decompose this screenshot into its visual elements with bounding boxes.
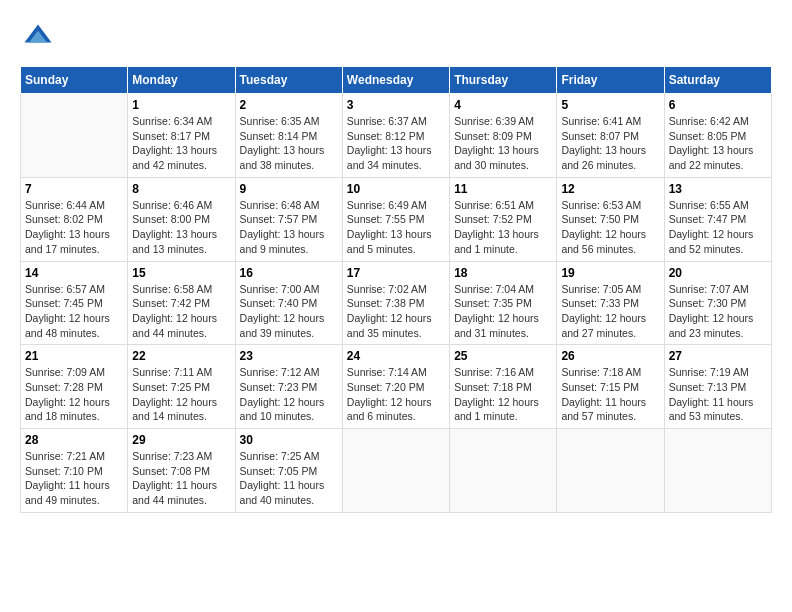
day-number: 10 xyxy=(347,182,445,196)
day-info: Sunrise: 6:58 AMSunset: 7:42 PMDaylight:… xyxy=(132,282,230,341)
day-header-monday: Monday xyxy=(128,67,235,94)
day-info: Sunrise: 7:09 AMSunset: 7:28 PMDaylight:… xyxy=(25,365,123,424)
calendar-cell: 4Sunrise: 6:39 AMSunset: 8:09 PMDaylight… xyxy=(450,94,557,178)
day-info: Sunrise: 6:46 AMSunset: 8:00 PMDaylight:… xyxy=(132,198,230,257)
day-number: 15 xyxy=(132,266,230,280)
day-number: 17 xyxy=(347,266,445,280)
calendar-cell: 25Sunrise: 7:16 AMSunset: 7:18 PMDayligh… xyxy=(450,345,557,429)
calendar: SundayMondayTuesdayWednesdayThursdayFrid… xyxy=(20,66,772,513)
calendar-cell: 15Sunrise: 6:58 AMSunset: 7:42 PMDayligh… xyxy=(128,261,235,345)
calendar-cell: 17Sunrise: 7:02 AMSunset: 7:38 PMDayligh… xyxy=(342,261,449,345)
day-number: 21 xyxy=(25,349,123,363)
day-number: 1 xyxy=(132,98,230,112)
day-info: Sunrise: 6:35 AMSunset: 8:14 PMDaylight:… xyxy=(240,114,338,173)
day-info: Sunrise: 7:18 AMSunset: 7:15 PMDaylight:… xyxy=(561,365,659,424)
calendar-week-3: 14Sunrise: 6:57 AMSunset: 7:45 PMDayligh… xyxy=(21,261,772,345)
calendar-cell xyxy=(342,429,449,513)
day-number: 7 xyxy=(25,182,123,196)
calendar-cell: 26Sunrise: 7:18 AMSunset: 7:15 PMDayligh… xyxy=(557,345,664,429)
day-number: 12 xyxy=(561,182,659,196)
day-info: Sunrise: 6:53 AMSunset: 7:50 PMDaylight:… xyxy=(561,198,659,257)
day-info: Sunrise: 7:25 AMSunset: 7:05 PMDaylight:… xyxy=(240,449,338,508)
calendar-cell: 3Sunrise: 6:37 AMSunset: 8:12 PMDaylight… xyxy=(342,94,449,178)
calendar-body: 1Sunrise: 6:34 AMSunset: 8:17 PMDaylight… xyxy=(21,94,772,513)
day-header-friday: Friday xyxy=(557,67,664,94)
day-info: Sunrise: 7:12 AMSunset: 7:23 PMDaylight:… xyxy=(240,365,338,424)
day-number: 5 xyxy=(561,98,659,112)
day-info: Sunrise: 6:48 AMSunset: 7:57 PMDaylight:… xyxy=(240,198,338,257)
calendar-cell: 19Sunrise: 7:05 AMSunset: 7:33 PMDayligh… xyxy=(557,261,664,345)
calendar-cell xyxy=(21,94,128,178)
day-info: Sunrise: 7:19 AMSunset: 7:13 PMDaylight:… xyxy=(669,365,767,424)
calendar-cell: 27Sunrise: 7:19 AMSunset: 7:13 PMDayligh… xyxy=(664,345,771,429)
day-info: Sunrise: 7:16 AMSunset: 7:18 PMDaylight:… xyxy=(454,365,552,424)
calendar-cell: 1Sunrise: 6:34 AMSunset: 8:17 PMDaylight… xyxy=(128,94,235,178)
calendar-cell: 20Sunrise: 7:07 AMSunset: 7:30 PMDayligh… xyxy=(664,261,771,345)
calendar-cell: 11Sunrise: 6:51 AMSunset: 7:52 PMDayligh… xyxy=(450,177,557,261)
page-header xyxy=(20,20,772,56)
calendar-header: SundayMondayTuesdayWednesdayThursdayFrid… xyxy=(21,67,772,94)
calendar-cell: 13Sunrise: 6:55 AMSunset: 7:47 PMDayligh… xyxy=(664,177,771,261)
day-info: Sunrise: 6:44 AMSunset: 8:02 PMDaylight:… xyxy=(25,198,123,257)
day-info: Sunrise: 7:00 AMSunset: 7:40 PMDaylight:… xyxy=(240,282,338,341)
calendar-cell: 22Sunrise: 7:11 AMSunset: 7:25 PMDayligh… xyxy=(128,345,235,429)
day-number: 26 xyxy=(561,349,659,363)
day-header-sunday: Sunday xyxy=(21,67,128,94)
calendar-week-4: 21Sunrise: 7:09 AMSunset: 7:28 PMDayligh… xyxy=(21,345,772,429)
calendar-cell xyxy=(664,429,771,513)
day-number: 20 xyxy=(669,266,767,280)
day-info: Sunrise: 7:23 AMSunset: 7:08 PMDaylight:… xyxy=(132,449,230,508)
day-number: 3 xyxy=(347,98,445,112)
day-info: Sunrise: 7:07 AMSunset: 7:30 PMDaylight:… xyxy=(669,282,767,341)
day-number: 16 xyxy=(240,266,338,280)
calendar-cell: 18Sunrise: 7:04 AMSunset: 7:35 PMDayligh… xyxy=(450,261,557,345)
calendar-cell: 21Sunrise: 7:09 AMSunset: 7:28 PMDayligh… xyxy=(21,345,128,429)
day-info: Sunrise: 7:04 AMSunset: 7:35 PMDaylight:… xyxy=(454,282,552,341)
calendar-cell: 29Sunrise: 7:23 AMSunset: 7:08 PMDayligh… xyxy=(128,429,235,513)
calendar-cell: 10Sunrise: 6:49 AMSunset: 7:55 PMDayligh… xyxy=(342,177,449,261)
calendar-cell: 6Sunrise: 6:42 AMSunset: 8:05 PMDaylight… xyxy=(664,94,771,178)
day-info: Sunrise: 6:55 AMSunset: 7:47 PMDaylight:… xyxy=(669,198,767,257)
calendar-cell: 5Sunrise: 6:41 AMSunset: 8:07 PMDaylight… xyxy=(557,94,664,178)
day-number: 19 xyxy=(561,266,659,280)
day-info: Sunrise: 6:42 AMSunset: 8:05 PMDaylight:… xyxy=(669,114,767,173)
calendar-week-5: 28Sunrise: 7:21 AMSunset: 7:10 PMDayligh… xyxy=(21,429,772,513)
day-number: 4 xyxy=(454,98,552,112)
day-info: Sunrise: 7:11 AMSunset: 7:25 PMDaylight:… xyxy=(132,365,230,424)
calendar-cell xyxy=(557,429,664,513)
day-info: Sunrise: 6:49 AMSunset: 7:55 PMDaylight:… xyxy=(347,198,445,257)
day-number: 22 xyxy=(132,349,230,363)
day-number: 18 xyxy=(454,266,552,280)
calendar-cell: 12Sunrise: 6:53 AMSunset: 7:50 PMDayligh… xyxy=(557,177,664,261)
day-info: Sunrise: 6:34 AMSunset: 8:17 PMDaylight:… xyxy=(132,114,230,173)
day-info: Sunrise: 6:39 AMSunset: 8:09 PMDaylight:… xyxy=(454,114,552,173)
calendar-cell: 9Sunrise: 6:48 AMSunset: 7:57 PMDaylight… xyxy=(235,177,342,261)
day-header-tuesday: Tuesday xyxy=(235,67,342,94)
day-header-thursday: Thursday xyxy=(450,67,557,94)
calendar-cell: 14Sunrise: 6:57 AMSunset: 7:45 PMDayligh… xyxy=(21,261,128,345)
calendar-cell: 7Sunrise: 6:44 AMSunset: 8:02 PMDaylight… xyxy=(21,177,128,261)
calendar-week-2: 7Sunrise: 6:44 AMSunset: 8:02 PMDaylight… xyxy=(21,177,772,261)
day-number: 13 xyxy=(669,182,767,196)
day-info: Sunrise: 7:21 AMSunset: 7:10 PMDaylight:… xyxy=(25,449,123,508)
day-info: Sunrise: 7:05 AMSunset: 7:33 PMDaylight:… xyxy=(561,282,659,341)
day-header-saturday: Saturday xyxy=(664,67,771,94)
day-number: 28 xyxy=(25,433,123,447)
day-number: 29 xyxy=(132,433,230,447)
day-number: 27 xyxy=(669,349,767,363)
calendar-cell: 8Sunrise: 6:46 AMSunset: 8:00 PMDaylight… xyxy=(128,177,235,261)
calendar-cell: 30Sunrise: 7:25 AMSunset: 7:05 PMDayligh… xyxy=(235,429,342,513)
logo xyxy=(20,20,60,56)
day-number: 6 xyxy=(669,98,767,112)
calendar-cell: 23Sunrise: 7:12 AMSunset: 7:23 PMDayligh… xyxy=(235,345,342,429)
day-info: Sunrise: 6:57 AMSunset: 7:45 PMDaylight:… xyxy=(25,282,123,341)
day-info: Sunrise: 6:51 AMSunset: 7:52 PMDaylight:… xyxy=(454,198,552,257)
day-number: 2 xyxy=(240,98,338,112)
calendar-cell: 28Sunrise: 7:21 AMSunset: 7:10 PMDayligh… xyxy=(21,429,128,513)
logo-icon xyxy=(20,20,56,56)
day-number: 8 xyxy=(132,182,230,196)
calendar-cell xyxy=(450,429,557,513)
day-info: Sunrise: 6:41 AMSunset: 8:07 PMDaylight:… xyxy=(561,114,659,173)
day-headers-row: SundayMondayTuesdayWednesdayThursdayFrid… xyxy=(21,67,772,94)
day-info: Sunrise: 7:14 AMSunset: 7:20 PMDaylight:… xyxy=(347,365,445,424)
